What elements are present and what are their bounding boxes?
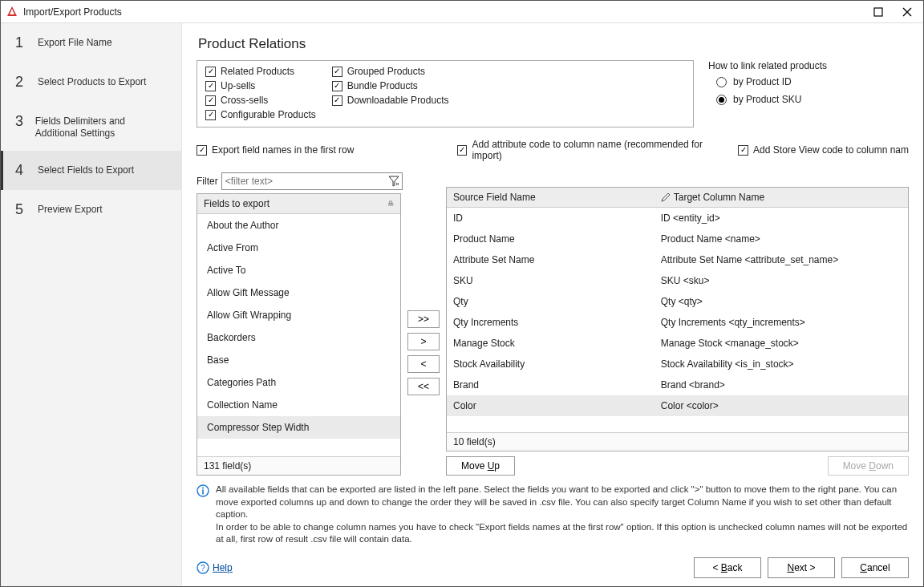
radio-icon bbox=[716, 95, 727, 105]
column-row[interactable]: ColorColor <color> bbox=[447, 395, 908, 416]
column-row[interactable]: Attribute Set NameAttribute Set Name <at… bbox=[447, 249, 908, 270]
relation-checkbox[interactable]: Up-sells bbox=[205, 80, 316, 91]
column-row[interactable]: BrandBrand <brand> bbox=[447, 374, 908, 395]
column-row[interactable]: Stock AvailabilityStock Availability <is… bbox=[447, 354, 908, 374]
sort-icon[interactable]: ≞ bbox=[387, 200, 394, 208]
field-item[interactable]: Allow Gift Message bbox=[197, 281, 400, 304]
transfer-button[interactable]: << bbox=[407, 378, 440, 395]
source-cell: Qty bbox=[447, 291, 654, 312]
link-radio[interactable]: by Product SKU bbox=[716, 94, 909, 105]
step-label: Select Fields to Export bbox=[38, 162, 134, 176]
target-cell: ID <entity_id> bbox=[654, 208, 908, 229]
checkbox-icon bbox=[738, 145, 748, 156]
relation-checkbox[interactable]: Downloadable Products bbox=[332, 95, 449, 106]
target-cell: Manage Stock <manage_stock> bbox=[654, 333, 908, 354]
step-number: 3 bbox=[15, 113, 24, 130]
next-button[interactable]: Next > bbox=[768, 557, 835, 578]
step-label: Fields Delimiters and Additional Setting… bbox=[35, 113, 168, 140]
link-group: How to link related products by Product … bbox=[708, 60, 909, 111]
field-item[interactable]: Allow Gift Wrapping bbox=[197, 304, 400, 326]
target-cell: SKU <sku> bbox=[654, 270, 908, 291]
source-cell: Brand bbox=[447, 374, 654, 395]
step-number: 1 bbox=[15, 34, 26, 51]
relation-label: Bundle Products bbox=[347, 80, 418, 91]
relation-checkbox[interactable]: Grouped Products bbox=[332, 66, 449, 77]
svg-rect-3 bbox=[202, 490, 204, 495]
info-text: All available fields that can be exporte… bbox=[216, 484, 909, 546]
column-row[interactable]: IDID <entity_id> bbox=[447, 208, 908, 229]
filter-icon[interactable] bbox=[387, 174, 401, 188]
relation-checkbox[interactable]: Configurable Products bbox=[205, 109, 316, 120]
info-icon bbox=[197, 484, 209, 497]
field-item[interactable]: Categories Path bbox=[197, 371, 400, 394]
column-row[interactable]: Product NameProduct Name <name> bbox=[447, 229, 908, 249]
move-down-button[interactable]: Move Down bbox=[828, 456, 909, 476]
transfer-button[interactable]: >> bbox=[407, 310, 440, 328]
cancel-button[interactable]: Cancel bbox=[841, 557, 909, 578]
radio-label: by Product SKU bbox=[733, 94, 801, 105]
target-cell: Stock Availability <is_in_stock> bbox=[654, 354, 908, 374]
column-row[interactable]: Manage StockManage Stock <manage_stock> bbox=[447, 333, 908, 354]
field-item[interactable]: Collection Name bbox=[197, 394, 400, 416]
wizard-step-2[interactable]: 2Select Products to Export bbox=[1, 63, 181, 102]
wizard-step-3[interactable]: 3Fields Delimiters and Additional Settin… bbox=[1, 102, 181, 151]
columns-table: Source Field Name Target Column Name IDI… bbox=[446, 187, 909, 451]
filter-label: Filter bbox=[197, 176, 218, 187]
source-cell: Color bbox=[447, 395, 654, 416]
source-cell: Qty Increments bbox=[447, 312, 654, 333]
add-store-view-checkbox[interactable]: Add Store View code to column nam bbox=[738, 144, 909, 156]
relation-checkbox[interactable]: Bundle Products bbox=[332, 80, 449, 91]
wizard-sidebar: 1Export File Name2Select Products to Exp… bbox=[1, 23, 182, 586]
field-item[interactable]: About the Author bbox=[197, 214, 400, 237]
section-title: Product Relations bbox=[198, 36, 909, 52]
checkbox-icon bbox=[205, 67, 216, 77]
relation-label: Cross-sells bbox=[221, 95, 268, 106]
checkbox-icon bbox=[332, 67, 342, 77]
column-row[interactable]: QtyQty <qty> bbox=[447, 291, 908, 312]
help-link[interactable]: ? Help bbox=[197, 561, 233, 574]
svg-rect-0 bbox=[874, 8, 882, 16]
window-title: Import/Export Products bbox=[23, 6, 867, 18]
relation-label: Related Products bbox=[221, 66, 294, 77]
checkbox-icon bbox=[205, 110, 216, 120]
field-item[interactable]: Backorders bbox=[197, 326, 400, 349]
radio-icon bbox=[716, 77, 727, 87]
filter-input[interactable] bbox=[221, 172, 403, 190]
relation-checkbox[interactable]: Cross-sells bbox=[205, 95, 316, 106]
source-header: Source Field Name bbox=[447, 188, 654, 207]
add-attr-code-checkbox[interactable]: Add attribute code to column name (recom… bbox=[457, 139, 722, 161]
app-icon bbox=[6, 6, 18, 18]
add-attr-code-label: Add attribute code to column name (recom… bbox=[472, 139, 722, 161]
field-item[interactable]: Active From bbox=[197, 237, 400, 259]
maximize-button[interactable] bbox=[867, 4, 890, 20]
svg-point-2 bbox=[202, 488, 204, 489]
titlebar: Import/Export Products bbox=[1, 1, 923, 23]
add-store-view-label: Add Store View code to column nam bbox=[753, 144, 909, 156]
field-item[interactable]: Compressor Step Width bbox=[197, 416, 400, 439]
field-item[interactable]: Base bbox=[197, 349, 400, 371]
column-row[interactable]: Qty IncrementsQty Increments <qty_increm… bbox=[447, 312, 908, 333]
checkbox-icon bbox=[205, 95, 216, 106]
fields-header: Fields to export bbox=[204, 198, 270, 209]
checkbox-icon bbox=[205, 81, 216, 91]
wizard-step-4[interactable]: 4Select Fields to Export bbox=[1, 151, 181, 190]
back-button[interactable]: < Back bbox=[694, 557, 761, 578]
transfer-button[interactable]: < bbox=[407, 355, 440, 373]
target-header: Target Column Name bbox=[674, 192, 764, 203]
help-icon: ? bbox=[197, 561, 209, 574]
wizard-step-1[interactable]: 1Export File Name bbox=[1, 23, 181, 63]
wizard-step-5[interactable]: 5Preview Export bbox=[1, 190, 181, 229]
transfer-button[interactable]: > bbox=[407, 333, 440, 350]
relation-label: Up-sells bbox=[221, 80, 255, 91]
svg-text:?: ? bbox=[201, 564, 205, 573]
close-button[interactable] bbox=[896, 4, 918, 20]
link-radio[interactable]: by Product ID bbox=[716, 76, 909, 87]
step-number: 4 bbox=[15, 162, 26, 179]
move-up-button[interactable]: Move Up bbox=[446, 456, 515, 476]
field-item[interactable]: Active To bbox=[197, 259, 400, 281]
target-cell: Color <color> bbox=[654, 395, 908, 416]
relation-checkbox[interactable]: Related Products bbox=[205, 66, 316, 77]
target-cell: Product Name <name> bbox=[654, 229, 908, 249]
export-first-row-checkbox[interactable]: Export field names in the first row bbox=[197, 144, 441, 156]
column-row[interactable]: SKUSKU <sku> bbox=[447, 270, 908, 291]
